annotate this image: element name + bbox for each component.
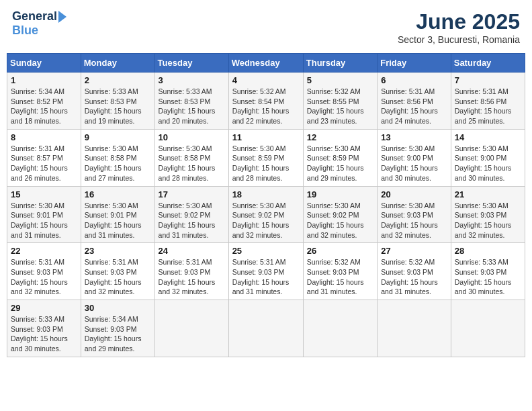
day-number: 23 (85, 246, 151, 256)
calendar-cell-4-5: 26Sunrise: 5:32 AM Sunset: 9:03 PM Dayli… (303, 243, 377, 300)
day-number: 18 (232, 189, 300, 199)
calendar-cell-5-4 (228, 300, 303, 357)
day-number: 25 (232, 246, 300, 256)
calendar-cell-2-2: 9Sunrise: 5:30 AM Sunset: 8:58 PM Daylig… (81, 129, 154, 186)
day-info: Sunrise: 5:33 AM Sunset: 9:03 PM Dayligh… (11, 314, 77, 354)
calendar-cell-3-7: 21Sunrise: 5:30 AM Sunset: 9:03 PM Dayli… (451, 186, 525, 243)
day-number: 2 (85, 75, 151, 85)
day-info: Sunrise: 5:30 AM Sunset: 9:01 PM Dayligh… (11, 201, 77, 240)
day-number: 21 (455, 189, 521, 199)
day-number: 29 (11, 303, 77, 313)
day-number: 28 (455, 246, 521, 256)
calendar-cell-4-4: 25Sunrise: 5:31 AM Sunset: 9:03 PM Dayli… (228, 243, 303, 300)
day-number: 1 (11, 75, 77, 85)
day-info: Sunrise: 5:30 AM Sunset: 8:58 PM Dayligh… (159, 144, 225, 183)
col-tuesday: Tuesday (154, 54, 228, 73)
calendar-week-2: 8Sunrise: 5:31 AM Sunset: 8:57 PM Daylig… (7, 129, 525, 186)
day-info: Sunrise: 5:32 AM Sunset: 8:54 PM Dayligh… (232, 87, 300, 126)
day-info: Sunrise: 5:31 AM Sunset: 8:57 PM Dayligh… (11, 144, 77, 183)
day-info: Sunrise: 5:30 AM Sunset: 9:01 PM Dayligh… (85, 201, 151, 240)
calendar-cell-5-3 (154, 300, 228, 357)
calendar-header-row: Sunday Monday Tuesday Wednesday Thursday… (7, 54, 525, 73)
day-info: Sunrise: 5:32 AM Sunset: 9:03 PM Dayligh… (381, 257, 447, 297)
day-number: 3 (159, 75, 225, 85)
day-info: Sunrise: 5:30 AM Sunset: 8:59 PM Dayligh… (307, 144, 373, 183)
logo-general-text: General (12, 9, 57, 24)
day-number: 26 (307, 246, 373, 256)
day-number: 6 (381, 75, 447, 85)
col-saturday: Saturday (451, 54, 525, 73)
calendar-cell-4-7: 28Sunrise: 5:33 AM Sunset: 9:03 PM Dayli… (451, 243, 525, 300)
day-info: Sunrise: 5:33 AM Sunset: 8:53 PM Dayligh… (159, 87, 225, 126)
calendar-cell-3-2: 16Sunrise: 5:30 AM Sunset: 9:01 PM Dayli… (81, 186, 154, 243)
title-area: June 2025 Sector 3, Bucuresti, Romania (398, 9, 520, 45)
calendar-cell-1-1: 1Sunrise: 5:34 AM Sunset: 8:52 PM Daylig… (7, 73, 81, 130)
day-number: 16 (85, 189, 151, 199)
day-info: Sunrise: 5:30 AM Sunset: 9:02 PM Dayligh… (159, 201, 225, 240)
day-info: Sunrise: 5:31 AM Sunset: 9:03 PM Dayligh… (159, 257, 225, 297)
day-info: Sunrise: 5:30 AM Sunset: 9:03 PM Dayligh… (455, 201, 521, 240)
calendar-cell-1-4: 4Sunrise: 5:32 AM Sunset: 8:54 PM Daylig… (228, 73, 303, 130)
day-number: 11 (232, 132, 300, 142)
calendar-cell-2-6: 13Sunrise: 5:30 AM Sunset: 9:00 PM Dayli… (378, 129, 451, 186)
calendar-cell-3-6: 20Sunrise: 5:30 AM Sunset: 9:03 PM Dayli… (378, 186, 451, 243)
day-info: Sunrise: 5:31 AM Sunset: 9:03 PM Dayligh… (11, 257, 77, 297)
calendar-cell-3-1: 15Sunrise: 5:30 AM Sunset: 9:01 PM Dayli… (7, 186, 81, 243)
day-info: Sunrise: 5:30 AM Sunset: 8:58 PM Dayligh… (85, 144, 151, 183)
day-info: Sunrise: 5:30 AM Sunset: 9:02 PM Dayligh… (232, 201, 300, 240)
day-info: Sunrise: 5:33 AM Sunset: 9:03 PM Dayligh… (455, 257, 521, 297)
calendar-week-1: 1Sunrise: 5:34 AM Sunset: 8:52 PM Daylig… (7, 73, 525, 130)
col-friday: Friday (378, 54, 451, 73)
logo-blue-text: Blue (12, 24, 38, 38)
day-info: Sunrise: 5:33 AM Sunset: 8:53 PM Dayligh… (85, 87, 151, 126)
day-info: Sunrise: 5:31 AM Sunset: 9:03 PM Dayligh… (232, 257, 300, 297)
day-number: 14 (455, 132, 521, 142)
day-number: 12 (307, 132, 373, 142)
logo: General Blue (12, 9, 66, 38)
calendar-cell-1-2: 2Sunrise: 5:33 AM Sunset: 8:53 PM Daylig… (81, 73, 154, 130)
day-number: 15 (11, 189, 77, 199)
day-number: 17 (159, 189, 225, 199)
day-info: Sunrise: 5:32 AM Sunset: 8:55 PM Dayligh… (307, 87, 373, 126)
day-number: 4 (232, 75, 300, 85)
day-info: Sunrise: 5:34 AM Sunset: 9:03 PM Dayligh… (85, 314, 151, 354)
day-number: 10 (159, 132, 225, 142)
calendar-cell-4-1: 22Sunrise: 5:31 AM Sunset: 9:03 PM Dayli… (7, 243, 81, 300)
header: General Blue June 2025 Sector 3, Bucures… (7, 7, 525, 48)
calendar-cell-4-2: 23Sunrise: 5:31 AM Sunset: 9:03 PM Dayli… (81, 243, 154, 300)
day-info: Sunrise: 5:31 AM Sunset: 8:56 PM Dayligh… (381, 87, 447, 126)
day-info: Sunrise: 5:34 AM Sunset: 8:52 PM Dayligh… (11, 87, 77, 126)
calendar-cell-3-4: 18Sunrise: 5:30 AM Sunset: 9:02 PM Dayli… (228, 186, 303, 243)
day-number: 9 (85, 132, 151, 142)
calendar-week-3: 15Sunrise: 5:30 AM Sunset: 9:01 PM Dayli… (7, 186, 525, 243)
calendar-cell-2-7: 14Sunrise: 5:30 AM Sunset: 9:00 PM Dayli… (451, 129, 525, 186)
col-thursday: Thursday (303, 54, 377, 73)
calendar-week-4: 22Sunrise: 5:31 AM Sunset: 9:03 PM Dayli… (7, 243, 525, 300)
day-info: Sunrise: 5:31 AM Sunset: 9:03 PM Dayligh… (85, 257, 151, 297)
calendar-cell-5-2: 30Sunrise: 5:34 AM Sunset: 9:03 PM Dayli… (81, 300, 154, 357)
day-info: Sunrise: 5:30 AM Sunset: 9:00 PM Dayligh… (381, 144, 447, 183)
logo-arrow-icon (58, 11, 66, 23)
calendar-cell-1-7: 7Sunrise: 5:31 AM Sunset: 8:56 PM Daylig… (451, 73, 525, 130)
day-number: 8 (11, 132, 77, 142)
calendar-cell-3-5: 19Sunrise: 5:30 AM Sunset: 9:02 PM Dayli… (303, 186, 377, 243)
day-number: 27 (381, 246, 447, 256)
col-monday: Monday (81, 54, 154, 73)
calendar-cell-5-7 (451, 300, 525, 357)
calendar-cell-4-3: 24Sunrise: 5:31 AM Sunset: 9:03 PM Dayli… (154, 243, 228, 300)
sub-title: Sector 3, Bucuresti, Romania (398, 34, 520, 45)
day-info: Sunrise: 5:31 AM Sunset: 8:56 PM Dayligh… (455, 87, 521, 126)
calendar-cell-1-3: 3Sunrise: 5:33 AM Sunset: 8:53 PM Daylig… (154, 73, 228, 130)
day-number: 7 (455, 75, 521, 85)
day-number: 13 (381, 132, 447, 142)
calendar-cell-3-3: 17Sunrise: 5:30 AM Sunset: 9:02 PM Dayli… (154, 186, 228, 243)
col-wednesday: Wednesday (228, 54, 303, 73)
calendar-week-5: 29Sunrise: 5:33 AM Sunset: 9:03 PM Dayli… (7, 300, 525, 357)
col-sunday: Sunday (7, 54, 81, 73)
day-info: Sunrise: 5:30 AM Sunset: 9:00 PM Dayligh… (455, 144, 521, 183)
day-number: 30 (85, 303, 151, 313)
calendar-cell-5-5 (303, 300, 377, 357)
calendar-cell-1-6: 6Sunrise: 5:31 AM Sunset: 8:56 PM Daylig… (378, 73, 451, 130)
calendar-cell-2-1: 8Sunrise: 5:31 AM Sunset: 8:57 PM Daylig… (7, 129, 81, 186)
day-info: Sunrise: 5:32 AM Sunset: 9:03 PM Dayligh… (307, 257, 373, 297)
